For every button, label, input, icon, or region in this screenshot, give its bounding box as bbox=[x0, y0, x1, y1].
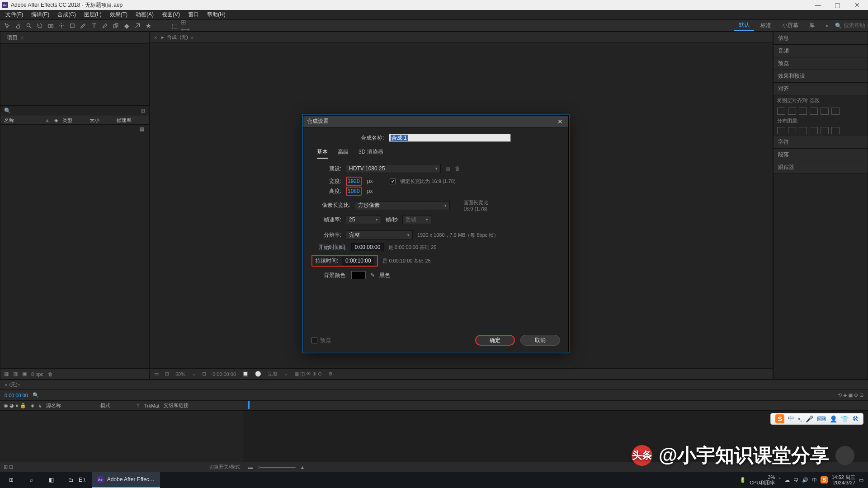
align-bottom-icon[interactable] bbox=[831, 108, 840, 115]
tab-3d[interactable]: 3D 渲染器 bbox=[359, 148, 383, 159]
dist-6-icon[interactable] bbox=[831, 127, 840, 134]
section-character[interactable]: 字符 bbox=[774, 136, 868, 149]
tab-advanced[interactable]: 高级 bbox=[338, 148, 349, 159]
section-info[interactable]: 信息 bbox=[774, 32, 868, 45]
tl-switch-label[interactable]: 切换开关/模式 bbox=[209, 464, 240, 470]
new-folder-icon[interactable]: ▥ bbox=[13, 371, 18, 377]
comp-name-input[interactable]: 合成 1 bbox=[389, 134, 511, 142]
text-tool-icon[interactable]: T bbox=[90, 21, 99, 30]
snapping-icon[interactable]: ⊞ ⟷ bbox=[181, 21, 190, 30]
cancel-button[interactable]: 取消 bbox=[520, 335, 560, 346]
workspace-library[interactable]: 库 bbox=[805, 20, 819, 31]
menu-composition[interactable]: 合成(C) bbox=[54, 10, 80, 19]
roto-tool-icon[interactable] bbox=[133, 21, 142, 30]
tray-notifications-icon[interactable]: ▭ bbox=[859, 477, 863, 483]
pen-tool-icon[interactable] bbox=[79, 21, 88, 30]
tray-ime-icon[interactable]: 中 bbox=[812, 477, 817, 483]
dropframe-dropdown[interactable]: 丢帧▾ bbox=[402, 215, 431, 224]
align-hcenter-icon[interactable] bbox=[788, 108, 796, 115]
ime-lang-icon[interactable]: 中 bbox=[788, 415, 794, 423]
width-input[interactable]: 1920 bbox=[348, 178, 360, 184]
taskbar-app-ae[interactable]: AeAdobe After Effec… bbox=[92, 472, 160, 488]
brush-tool-icon[interactable] bbox=[100, 21, 109, 30]
workspace-small[interactable]: 小屏幕 bbox=[778, 20, 803, 31]
timeline-tab[interactable]: (无) bbox=[9, 381, 17, 388]
align-left-icon[interactable] bbox=[777, 108, 785, 115]
ime-mic-icon[interactable]: 🎤 bbox=[806, 415, 813, 422]
workspace-more-icon[interactable]: » bbox=[821, 21, 833, 30]
section-effects[interactable]: 效果和预设 bbox=[774, 70, 868, 83]
dist-3-icon[interactable] bbox=[799, 127, 807, 134]
menu-help[interactable]: 帮助(H) bbox=[203, 10, 229, 19]
ime-punct-icon[interactable]: •, bbox=[798, 415, 802, 422]
col-name[interactable]: 名称 bbox=[4, 117, 40, 124]
preset-dropdown[interactable]: HDTV 1080 25▾ bbox=[346, 164, 441, 173]
viewer-settings-icon[interactable]: ⚙ bbox=[328, 371, 333, 377]
section-preview[interactable]: 预览 bbox=[774, 57, 868, 70]
res-dropdown[interactable]: 完整▾ bbox=[346, 230, 413, 239]
trash-icon[interactable]: 🗑 bbox=[48, 371, 53, 377]
align-top-icon[interactable] bbox=[810, 108, 818, 115]
fps-dropdown[interactable]: 25▾ bbox=[346, 215, 381, 224]
tl-col-t[interactable]: T bbox=[137, 403, 140, 408]
tray-sogou-icon[interactable]: S bbox=[821, 476, 828, 483]
ime-toolbar[interactable]: S 中 •, 🎤 ⌨ 👤 👕 🛠 bbox=[770, 413, 863, 425]
tray-cloud-icon[interactable]: ☁ bbox=[785, 477, 790, 483]
clone-tool-icon[interactable] bbox=[111, 21, 120, 30]
viewer-time[interactable]: 0:00:00:00 bbox=[212, 371, 236, 377]
tray-battery-icon[interactable]: 🔋 bbox=[740, 477, 746, 483]
camera-tool-icon[interactable] bbox=[46, 21, 55, 30]
ime-skin-icon[interactable]: 👕 bbox=[841, 415, 849, 422]
rotate-tool-icon[interactable] bbox=[35, 21, 44, 30]
tl-zoom-slider[interactable]: ○────────── bbox=[257, 465, 296, 470]
tray-clock[interactable]: 14:52 周三 2024/3/27 bbox=[831, 474, 855, 485]
eyedropper-icon[interactable]: ✎ bbox=[370, 272, 375, 278]
minimize-button[interactable]: — bbox=[809, 1, 827, 9]
align-vcenter-icon[interactable] bbox=[821, 108, 829, 115]
section-tracker[interactable]: 跟踪器 bbox=[774, 161, 868, 174]
tray-volume-icon[interactable]: 🔊 bbox=[802, 477, 808, 483]
project-flow-icon[interactable]: ⊞ bbox=[141, 108, 145, 114]
dist-1-icon[interactable] bbox=[777, 127, 785, 134]
bpc-label[interactable]: 8 bpc bbox=[31, 371, 43, 377]
menu-layer[interactable]: 图层(L) bbox=[80, 10, 105, 19]
menu-file[interactable]: 文件(F) bbox=[2, 10, 27, 19]
col-size[interactable]: 大小 bbox=[90, 117, 112, 124]
height-input[interactable]: 1080 bbox=[348, 188, 360, 194]
eraser-tool-icon[interactable]: ◆ bbox=[122, 21, 131, 30]
workspace-standard[interactable]: 标准 bbox=[756, 20, 776, 31]
project-tab[interactable]: 项目 ≡ bbox=[5, 34, 25, 42]
preview-checkbox[interactable] bbox=[311, 338, 317, 343]
maximize-button[interactable]: ▢ bbox=[829, 1, 847, 9]
selection-tool-icon[interactable] bbox=[3, 21, 12, 30]
lock-aspect-checkbox[interactable]: ✔ bbox=[390, 178, 396, 184]
dialog-close-icon[interactable]: ✕ bbox=[556, 117, 565, 126]
tl-toggle-icon[interactable]: ⊞ ⊟ bbox=[4, 464, 13, 470]
zoom-tool-icon[interactable] bbox=[24, 21, 33, 30]
dist-5-icon[interactable] bbox=[821, 127, 829, 134]
par-dropdown[interactable]: 方形像素▾ bbox=[355, 201, 450, 210]
start-timecode-input[interactable]: 0:00:00:00 bbox=[351, 243, 384, 251]
tl-col-source[interactable]: 源名称 bbox=[46, 402, 96, 409]
comp-tab-close-icon[interactable]: × bbox=[154, 35, 157, 40]
start-button[interactable]: ⊞ bbox=[2, 472, 21, 488]
viewer-res[interactable]: 完整 bbox=[268, 371, 278, 377]
col-type[interactable]: 类型 bbox=[62, 117, 85, 124]
tray-wifi-icon[interactable]: 🗨 bbox=[793, 477, 798, 483]
sort-icon[interactable]: ▲ bbox=[45, 117, 50, 123]
col-fps[interactable]: 帧速率 bbox=[117, 117, 132, 124]
taskbar-search-icon[interactable]: ⌕ bbox=[22, 472, 41, 488]
tl-col-mode[interactable]: 模式 bbox=[100, 402, 132, 409]
taskbar-explorer[interactable]: 🗀E:\ bbox=[61, 472, 91, 488]
ime-tool-icon[interactable]: 🛠 bbox=[852, 415, 859, 422]
section-paragraph[interactable]: 段落 bbox=[774, 149, 868, 161]
duration-input[interactable]: 0:00:10:00 bbox=[342, 257, 374, 265]
interpret-icon[interactable]: ▦ bbox=[4, 371, 9, 377]
hand-tool-icon[interactable] bbox=[14, 21, 23, 30]
anchor-tool-icon[interactable] bbox=[57, 21, 66, 30]
preset-delete-icon[interactable]: 🗑 bbox=[455, 165, 460, 172]
tl-col-parent[interactable]: 父级和链接 bbox=[164, 402, 189, 409]
menu-effect[interactable]: 效果(T) bbox=[106, 10, 131, 19]
menu-animation[interactable]: 动画(A) bbox=[132, 10, 157, 19]
ok-button[interactable]: 确定 bbox=[475, 335, 515, 346]
